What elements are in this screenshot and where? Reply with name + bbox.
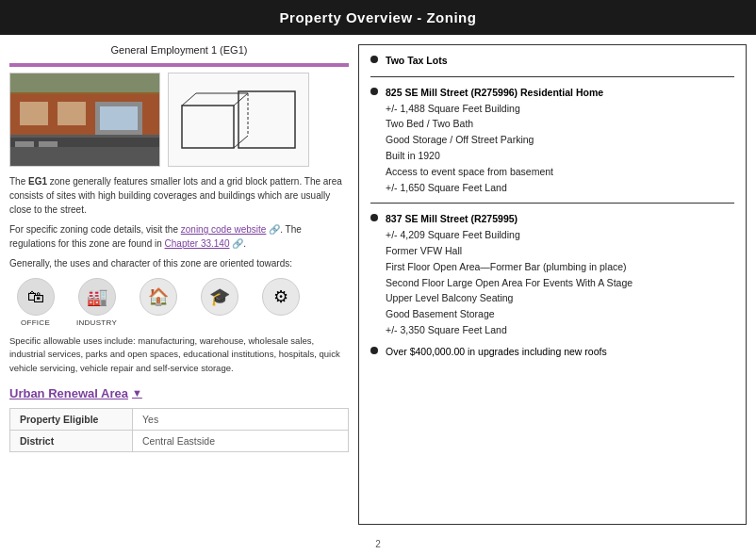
list-item-upgrades: Over $400,000.00 in upgrades including n… (370, 344, 734, 360)
divider-1 (370, 76, 734, 77)
svg-rect-9 (15, 141, 34, 155)
arrow-icon: ▼ (132, 387, 142, 399)
list-item-tax-lots: Two Tax Lots (370, 53, 734, 69)
tax-lots-heading: Two Tax Lots (386, 55, 448, 66)
837-sub-3: Second Floor Large Open Area For Events … (386, 275, 734, 291)
other-icon-circle: ⚙ (262, 278, 300, 316)
svg-rect-3 (20, 102, 48, 125)
content-area: General Employment 1 (EG1) (0, 35, 756, 534)
icon-residential: 🏠 (132, 278, 184, 318)
urban-renewal-label: Urban Renewal Area (9, 386, 128, 400)
page-number: 2 (0, 534, 756, 554)
zoning-code-info: For specific zoning code details, visit … (9, 222, 349, 251)
allowable-uses-text: Specific allowable uses include: manufac… (9, 334, 349, 375)
825-heading: 825 SE Mill Street (R275996) Residential… (386, 87, 603, 98)
building-photo (9, 73, 160, 167)
page: Property Overview - Zoning General Emplo… (0, 0, 756, 554)
837-sub-1: Former VFW Hall (386, 243, 734, 259)
list-item-837: 837 SE Mill Street (R275995) +/- 4,209 S… (370, 211, 734, 337)
office-label: OFFICE (21, 318, 50, 327)
urban-renewal-title: Urban Renewal Area ▼ (9, 386, 349, 400)
images-row (9, 73, 349, 167)
urban-renewal-section: Urban Renewal Area ▼ Property Eligible Y… (9, 386, 349, 452)
upgrades-heading: Over $400,000.00 in upgrades including n… (386, 346, 607, 357)
bullet-dot-1 (370, 56, 378, 63)
residential-icon-circle: 🏠 (140, 278, 177, 316)
825-sub-0: +/- 1,488 Square Feet Building (386, 101, 734, 117)
property-table: Property Eligible Yes District Central E… (9, 408, 349, 452)
eligible-value: Yes (133, 409, 168, 430)
header-title: Property Overview - Zoning (280, 9, 477, 25)
use-icons-row: 🛍 OFFICE 🏭 INDUSTRY 🏠 🎓 ⚙ (9, 278, 349, 327)
bullet-dot-3 (370, 214, 378, 221)
825-sub-4: Access to event space from basement (386, 164, 734, 180)
property-list: Two Tax Lots 825 SE Mill Street (R275996… (370, 53, 734, 360)
bullet-dot-2 (370, 88, 378, 95)
icon-industry: 🏭 INDUSTRY (71, 278, 123, 327)
eligible-label: Property Eligible (10, 409, 133, 430)
837-heading: 837 SE Mill Street (R275995) (386, 213, 518, 224)
page-header: Property Overview - Zoning (0, 0, 756, 35)
svg-line-15 (234, 136, 248, 148)
eg1-bold: EG1 (28, 176, 47, 187)
icon-office: 🛍 OFFICE (9, 278, 61, 327)
837-sub-5: Good Basement Storage (386, 306, 734, 322)
education-icon-circle: 🎓 (201, 278, 238, 316)
upgrades-content: Over $400,000.00 in upgrades including n… (386, 344, 734, 360)
left-panel: General Employment 1 (EG1) (9, 44, 349, 525)
837-sub-6: +/- 3,350 Square Feet Land (386, 322, 734, 338)
svg-rect-7 (10, 73, 160, 94)
list-item-825: 825 SE Mill Street (R275996) Residential… (370, 85, 734, 196)
district-value: Central Eastside (133, 431, 224, 451)
svg-line-13 (182, 93, 196, 106)
bullet-dot-4 (370, 347, 378, 354)
svg-rect-11 (182, 106, 234, 148)
industry-icon-circle: 🏭 (78, 278, 116, 316)
eg1-description: The EG1 zone generally features smaller … (9, 174, 349, 217)
825-content: 825 SE Mill Street (R275996) Residential… (386, 85, 734, 196)
837-sub-2: First Floor Open Area—Former Bar (plumbi… (386, 259, 734, 275)
right-panel: Two Tax Lots 825 SE Mill Street (R275996… (358, 44, 747, 525)
office-icon-circle: 🛍 (17, 278, 55, 316)
building-diagram (168, 73, 309, 167)
chapter-link[interactable]: Chapter 33.140 (165, 238, 230, 249)
837-sub-0: +/- 4,209 Square Feet Building (386, 227, 734, 243)
table-row-eligible: Property Eligible Yes (10, 409, 348, 431)
zone-title: General Employment 1 (EG1) (9, 44, 349, 56)
icon-other: ⚙ (255, 278, 306, 318)
industry-label: INDUSTRY (76, 318, 117, 327)
tax-lots-content: Two Tax Lots (386, 53, 734, 69)
svg-rect-10 (39, 141, 58, 155)
icon-education: 🎓 (193, 278, 245, 318)
825-sub-5: +/- 1,650 Square Feet Land (386, 180, 734, 196)
837-content: 837 SE Mill Street (R275995) +/- 4,209 S… (386, 211, 734, 337)
zone-uses-intro: Generally, the uses and character of thi… (9, 256, 349, 270)
svg-rect-4 (58, 102, 86, 125)
table-row-district: District Central Eastside (10, 431, 348, 451)
svg-rect-6 (100, 106, 138, 130)
825-sub-3: Built in 1920 (386, 148, 734, 164)
825-sub-2: Good Storage / Off Street Parking (386, 132, 734, 148)
divider-2 (370, 203, 734, 204)
zoning-code-link[interactable]: zoning code website (181, 224, 267, 235)
825-sub-1: Two Bed / Two Bath (386, 116, 734, 132)
eg1-bar (9, 63, 349, 67)
svg-rect-12 (238, 91, 295, 148)
svg-line-14 (234, 93, 248, 106)
district-label: District (10, 431, 133, 451)
837-sub-4: Upper Level Balcony Seating (386, 290, 734, 306)
